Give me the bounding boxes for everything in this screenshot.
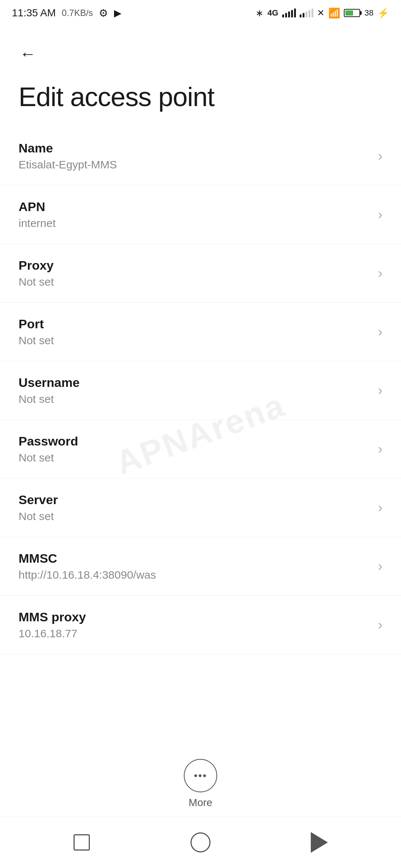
chevron-icon-username: › (378, 383, 382, 398)
settings-item-mmsc-content: MMSC http://10.16.18.4:38090/was (19, 551, 371, 581)
more-label: More (189, 797, 212, 809)
nav-back-button[interactable] (304, 828, 334, 857)
settings-label-password: Password (19, 434, 371, 448)
settings-value-name: Etisalat-Egypt-MMS (19, 158, 371, 171)
settings-item-mms-proxy-content: MMS proxy 10.16.18.77 (19, 610, 371, 640)
video-icon: ▶ (114, 7, 121, 19)
settings-item-apn-content: APN internet (19, 200, 371, 230)
settings-value-server: Not set (19, 510, 371, 523)
page-title: Edit access point (0, 74, 401, 127)
nav-recent-icon (74, 834, 90, 851)
settings-item-username-content: Username Not set (19, 375, 371, 405)
settings-item-apn[interactable]: APN internet › (0, 185, 401, 244)
settings-label-mmsc: MMSC (19, 551, 371, 566)
nav-back-icon (311, 832, 328, 853)
more-dots-icon: ••• (194, 770, 207, 782)
settings-label-server: Server (19, 493, 371, 507)
signal-bars-1 (282, 9, 296, 17)
status-time: 11:35 AM (12, 7, 56, 19)
settings-item-server-content: Server Not set (19, 493, 371, 523)
back-arrow-icon: ← (20, 45, 36, 63)
more-circle-icon: ••• (184, 759, 217, 792)
nav-home-icon (190, 832, 211, 852)
battery-percent: 38 (365, 8, 374, 18)
nav-home-button[interactable] (186, 828, 215, 857)
nav-recent-button[interactable] (67, 828, 97, 857)
wifi-icon: 📶 (328, 7, 340, 19)
chevron-icon-password: › (378, 441, 382, 457)
nav-bar (0, 816, 401, 868)
settings-value-apn: internet (19, 217, 371, 230)
chevron-icon-server: › (378, 500, 382, 516)
settings-value-mmsc: http://10.16.18.4:38090/was (19, 569, 371, 581)
settings-item-username[interactable]: Username Not set › (0, 361, 401, 420)
settings-item-proxy-content: Proxy Not set (19, 258, 371, 288)
settings-label-mms-proxy: MMS proxy (19, 610, 371, 624)
status-bar: 11:35 AM 0.7KB/s ⚙ ▶ ∗ 4G ✕ 📶 38 (0, 0, 401, 26)
settings-item-port[interactable]: Port Not set › (0, 303, 401, 361)
settings-label-name: Name (19, 141, 371, 155)
settings-label-username: Username (19, 375, 371, 390)
chevron-icon-name: › (378, 148, 382, 164)
chevron-icon-mmsc: › (378, 559, 382, 574)
settings-item-port-content: Port Not set (19, 317, 371, 347)
status-speed: 0.7KB/s (62, 8, 93, 18)
chevron-icon-mms-proxy: › (378, 617, 382, 633)
settings-value-port: Not set (19, 334, 371, 347)
settings-item-proxy[interactable]: Proxy Not set › (0, 244, 401, 303)
signal-bars-2 (300, 9, 313, 17)
settings-item-password-content: Password Not set (19, 434, 371, 464)
signal-4g-icon: 4G (267, 8, 278, 18)
chevron-icon-proxy: › (378, 266, 382, 281)
chevron-icon-apn: › (378, 207, 382, 223)
bluetooth-icon: ∗ (255, 7, 264, 19)
settings-item-mmsc[interactable]: MMSC http://10.16.18.4:38090/was › (0, 537, 401, 596)
settings-value-password: Not set (19, 451, 371, 464)
back-button[interactable]: ← (15, 41, 41, 67)
settings-item-server[interactable]: Server Not set › (0, 479, 401, 537)
chevron-icon-port: › (378, 324, 382, 340)
settings-value-mms-proxy: 10.16.18.77 (19, 627, 371, 640)
more-button[interactable]: ••• More (184, 759, 217, 809)
charging-icon: ⚡ (377, 7, 389, 19)
settings-label-port: Port (19, 317, 371, 331)
header: ← (0, 26, 401, 74)
settings-item-name-content: Name Etisalat-Egypt-MMS (19, 141, 371, 171)
settings-value-proxy: Not set (19, 276, 371, 288)
settings-item-password[interactable]: Password Not set › (0, 420, 401, 479)
status-left: 11:35 AM 0.7KB/s ⚙ ▶ (12, 7, 121, 19)
settings-value-username: Not set (19, 393, 371, 405)
settings-label-apn: APN (19, 200, 371, 214)
status-right: ∗ 4G ✕ 📶 38 ⚡ (255, 7, 389, 19)
settings-item-name[interactable]: Name Etisalat-Egypt-MMS › (0, 127, 401, 185)
settings-list: Name Etisalat-Egypt-MMS › APN internet ›… (0, 127, 401, 654)
battery-indicator: 38 (344, 8, 374, 18)
signal-x-icon: ✕ (317, 8, 325, 18)
settings-item-mms-proxy[interactable]: MMS proxy 10.16.18.77 › (0, 596, 401, 654)
settings-icon: ⚙ (99, 7, 108, 19)
settings-label-proxy: Proxy (19, 258, 371, 273)
